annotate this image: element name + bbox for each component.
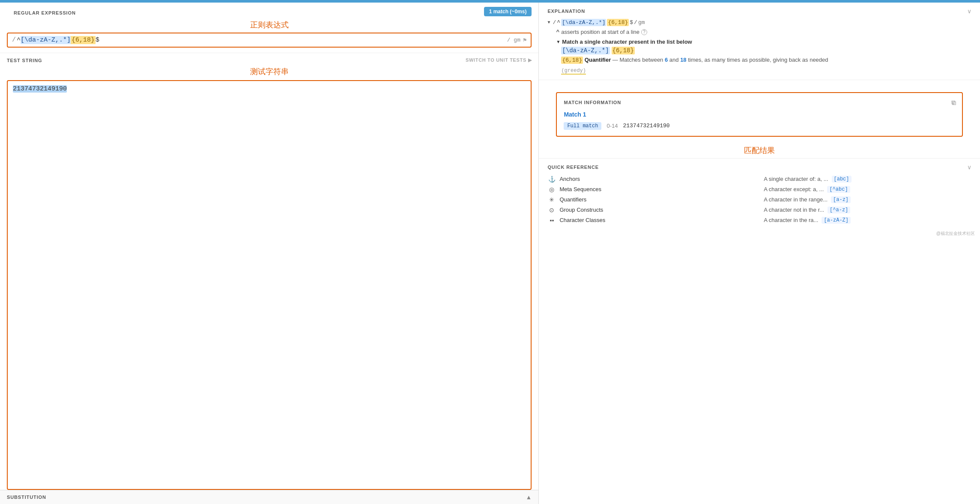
explanation-regex-line: ▼ / ^ [\da-zA-Z,.*] {6,18} $ / gm <box>547 19 971 26</box>
qr-code-4: [^a-z] <box>828 207 850 213</box>
groups-icon: ⊙ <box>547 207 556 213</box>
test-string-header: TEST STRING SWITCH TO UNIT TESTS <box>0 53 538 66</box>
regex-bracket: [\da-zA-Z,.*] <box>21 36 71 44</box>
quick-ref-header: QUICK REFERENCE ∨ <box>547 164 971 171</box>
quick-ref-meta[interactable]: ◎ Meta Sequences <box>547 186 755 193</box>
classes-icon: ▪▪ <box>547 217 556 224</box>
quick-ref-left: ⚓ Anchors ◎ Meta Sequences ✳ Quantifiers… <box>547 176 755 224</box>
match-range: 0-14 <box>607 123 618 129</box>
regex-flag-icon: ⚑ <box>523 36 526 44</box>
test-string-label: TEST STRING <box>7 58 42 63</box>
main-layout: REGULAR EXPRESSION 1 match (~0ms) 正则表达式 … <box>0 3 980 504</box>
exp-caret-sym: ^ <box>556 29 559 35</box>
right-panel: EXPLANATION ∨ ▼ / ^ [\da-zA-Z,.*] {6,18}… <box>539 3 980 504</box>
qr-code-3: [a-z] <box>831 196 851 203</box>
exp-info-icon[interactable]: ? <box>641 29 647 35</box>
quick-ref-quantifiers[interactable]: ✳ Quantifiers <box>547 196 755 203</box>
match-info-section: MATCH INFORMATION ∨ Match 1 Full match 0… <box>556 92 963 137</box>
exp-dollar: $ <box>630 19 633 26</box>
exp-flags: gm <box>638 19 645 26</box>
copy-icon[interactable]: ⧉ <box>951 99 956 107</box>
exp-triangle: ▼ <box>547 20 550 25</box>
full-match-badge: Full match <box>564 122 601 130</box>
exp-quantifier-word: Quantifier <box>585 57 611 63</box>
explanation-section: EXPLANATION ∨ ▼ / ^ [\da-zA-Z,.*] {6,18}… <box>539 3 980 80</box>
explanation-title: EXPLANATION <box>547 9 585 14</box>
qr-item-2: A character except: a, ... [^abc] <box>764 186 971 193</box>
exp-num-6: 6 <box>665 57 668 63</box>
anchors-label: Anchors <box>559 176 580 182</box>
match-chinese-annotation: 匹配结果 <box>547 143 971 158</box>
quick-ref-section: QUICK REFERENCE ∨ ⚓ Anchors ◎ Meta Seque… <box>539 158 980 229</box>
qr-desc-5: A character in the ra... <box>764 217 818 223</box>
exp-quantifier-display: {6,18} <box>612 47 635 54</box>
regex-caret: ^ <box>17 36 21 44</box>
test-string-highlighted: 21374732149190 <box>13 85 67 93</box>
groups-label: Group Constructs <box>559 207 603 213</box>
exp-greedy-line: (greedy) <box>556 66 971 75</box>
match-info-wrapper: MATCH INFORMATION ∨ Match 1 Full match 0… <box>539 80 980 158</box>
substitution-chevron[interactable]: ▲ <box>526 494 532 501</box>
match1-label: Match 1 <box>564 111 955 118</box>
exp-greedy: (greedy) <box>561 68 586 75</box>
exp-match-header: ▼ Match a single character present in th… <box>556 39 971 45</box>
qr-code-2: [^abc] <box>827 186 850 193</box>
qr-code-1: [abc] <box>832 176 852 183</box>
meta-icon: ◎ <box>547 186 556 193</box>
exp-caret: ^ <box>557 19 560 26</box>
substitution-label: SUBSTITUTION <box>7 495 46 500</box>
test-string-section: TEST STRING SWITCH TO UNIT TESTS 测试字符串 2… <box>0 53 538 490</box>
switch-unit-tests-btn[interactable]: SWITCH TO UNIT TESTS <box>466 57 532 63</box>
quick-ref-groups[interactable]: ⊙ Group Constructs <box>547 207 755 213</box>
qr-item-4: A character not in the r... [^a-z] <box>764 207 971 213</box>
qr-code-5: [a-zA-Z] <box>822 217 851 224</box>
exp-caret-line: ^ asserts position at start of a line ? <box>556 29 971 35</box>
quick-ref-classes[interactable]: ▪▪ Character Classes <box>547 217 755 224</box>
match-info-title: MATCH INFORMATION <box>564 100 621 105</box>
regex-chinese-annotation: 正则表达式 <box>7 20 532 30</box>
quick-ref-chevron[interactable]: ∨ <box>967 164 971 171</box>
regex-input[interactable]: / ^ [\da-zA-Z,.*] {6,18} $ / gm ⚑ <box>7 33 532 48</box>
regex-slash-open: / <box>12 36 16 44</box>
exp-bracket-display: [\da-zA-Z,.*] <box>561 47 610 54</box>
quick-ref-anchors[interactable]: ⚓ Anchors <box>547 176 755 183</box>
match-value: 21374732149190 <box>623 123 669 129</box>
exp-match-text: Match a single character present in the … <box>562 39 692 45</box>
match-row: Full match 0-14 21374732149190 <box>564 122 955 130</box>
quantifiers-icon: ✳ <box>547 196 556 203</box>
match-badge: 1 match (~0ms) <box>484 7 532 16</box>
exp-slash2: / <box>634 19 637 26</box>
exp-caret-desc: asserts position at start of a line <box>561 29 639 35</box>
explanation-header: EXPLANATION ∨ <box>547 8 971 15</box>
meta-label: Meta Sequences <box>559 186 601 192</box>
qr-desc-4: A character not in the r... <box>764 207 824 213</box>
regex-header: REGULAR EXPRESSION 1 match (~0ms) <box>7 6 532 17</box>
exp-bracket-line: [\da-zA-Z,.*] {6,18} <box>561 47 971 54</box>
quick-ref-title: QUICK REFERENCE <box>547 165 599 170</box>
explanation-chevron[interactable]: ∨ <box>967 8 971 15</box>
exp-quantifier-desc-line: {6,18} Quantifier — Matches between 6 an… <box>561 56 971 65</box>
quantifiers-label: Quantifiers <box>559 196 586 203</box>
regex-quantifier: {6,18} <box>71 36 96 44</box>
qr-desc-2: A character except: a, ... <box>764 186 824 192</box>
qr-desc-3: A character in the range... <box>764 196 828 203</box>
regex-dollar: $ <box>96 36 99 44</box>
test-string-chinese: 测试字符串 <box>0 66 538 79</box>
left-panel: REGULAR EXPRESSION 1 match (~0ms) 正则表达式 … <box>0 3 539 504</box>
regex-flags: / gm <box>507 37 520 43</box>
substitution-section: SUBSTITUTION ▲ <box>0 490 538 504</box>
exp-num-18: 18 <box>680 57 686 63</box>
match-info-header: MATCH INFORMATION ∨ <box>564 99 955 106</box>
qr-item-3: A character in the range... [a-z] <box>764 196 971 203</box>
exp-match-tri: ▼ <box>556 39 560 44</box>
exp-q-badge: {6,18} <box>561 57 583 64</box>
test-string-area[interactable]: 21374732149190 <box>7 80 532 490</box>
exp-match-single: ▼ Match a single character present in th… <box>556 39 971 75</box>
classes-label: Character Classes <box>559 217 605 223</box>
qr-desc-1: A single character of: a, ... <box>764 176 828 182</box>
qr-item-5: A character in the ra... [a-zA-Z] <box>764 217 971 224</box>
exp-slash1: / <box>553 19 556 26</box>
quick-ref-grid: ⚓ Anchors ◎ Meta Sequences ✳ Quantifiers… <box>547 176 971 224</box>
exp-quantifier: {6,18} <box>607 19 629 26</box>
qr-item-1: A single character of: a, ... [abc] <box>764 176 971 183</box>
